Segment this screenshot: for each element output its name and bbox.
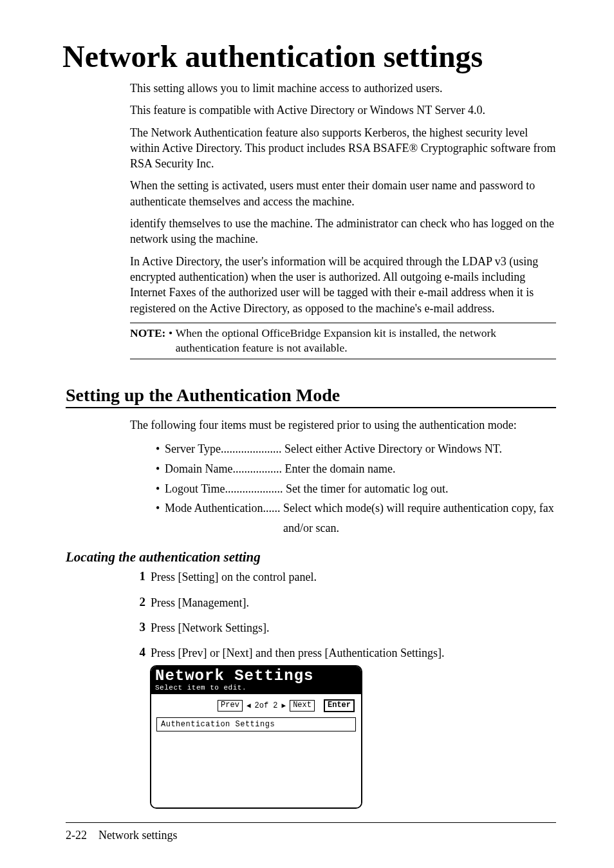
prev-button[interactable]: Prev <box>218 700 243 711</box>
steps-list: 1 Press [Setting] on the control panel. … <box>130 569 556 661</box>
footer-rule <box>66 822 556 823</box>
step-number: 1 <box>130 569 145 583</box>
lcd-title: Network Settings <box>155 668 357 684</box>
paragraph: identify themselves to use the machine. … <box>130 216 556 247</box>
right-triangle-icon: ▶ <box>282 701 286 710</box>
bullet-item: • Domain Name................. Enter the… <box>156 459 556 479</box>
enter-button[interactable]: Enter <box>324 699 355 712</box>
lcd-header: Network Settings Select item to edit. <box>151 666 361 694</box>
bullet-list: • Server Type..................... Selec… <box>156 439 556 538</box>
next-button[interactable]: Next <box>290 700 315 711</box>
paragraph: In Active Directory, the user's informat… <box>130 254 556 316</box>
step-number: 4 <box>130 645 145 659</box>
sub-heading: Locating the authentication setting <box>66 549 556 565</box>
step: 1 Press [Setting] on the control panel. <box>130 569 556 585</box>
step-number: 3 <box>130 620 145 634</box>
paragraph: When the setting is activated, users mus… <box>130 178 556 209</box>
left-triangle-icon: ◀ <box>247 701 251 710</box>
step-text: Press [Setting] on the control panel. <box>151 569 317 585</box>
section-intro: The following four items must be registe… <box>130 417 556 433</box>
step-text: Press [Network Settings]. <box>151 620 269 636</box>
bullet-item: • Server Type..................... Selec… <box>156 439 556 459</box>
footer-section: Network settings <box>98 829 177 842</box>
page-footer: 2-22 Network settings <box>66 829 177 842</box>
lcd-body: Prev ◀ 2of 2 ▶ Next Enter Authentication… <box>151 694 361 807</box>
step-number: 2 <box>130 595 145 609</box>
paragraph: The Network Authentication feature also … <box>130 125 556 172</box>
menu-item-auth-settings[interactable]: Authentication Settings <box>156 717 356 731</box>
step: 4 Press [Prev] or [Next] and then press … <box>130 645 556 661</box>
page-number: 2-22 <box>66 829 87 842</box>
note-block: NOTE: • When the optional OfficeBridge E… <box>130 323 556 359</box>
paragraph: This feature is compatible with Active D… <box>130 102 556 118</box>
paragraph: This setting allows you to limit machine… <box>130 80 556 96</box>
section-title: Setting up the Authentication Mode <box>66 385 556 408</box>
lcd-nav: Prev ◀ 2of 2 ▶ Next Enter <box>156 699 356 712</box>
step-text: Press [Management]. <box>151 595 249 611</box>
lcd-screenshot: Network Settings Select item to edit. Pr… <box>150 665 362 809</box>
page-title: Network authentication settings <box>62 39 556 74</box>
bullet-item: • Mode Authentication...... Select which… <box>156 498 556 538</box>
note-text: When the optional OfficeBridge Expansion… <box>176 326 556 356</box>
step: 2 Press [Management]. <box>130 595 556 611</box>
step-text: Press [Prev] or [Next] and then press [A… <box>151 645 444 661</box>
step: 3 Press [Network Settings]. <box>130 620 556 636</box>
lcd-subtitle: Select item to edit. <box>155 684 357 692</box>
bullet-item: • Logout Time.................... Set th… <box>156 479 556 499</box>
page-indicator: 2of 2 <box>255 701 278 710</box>
note-label: NOTE: <box>130 326 165 356</box>
